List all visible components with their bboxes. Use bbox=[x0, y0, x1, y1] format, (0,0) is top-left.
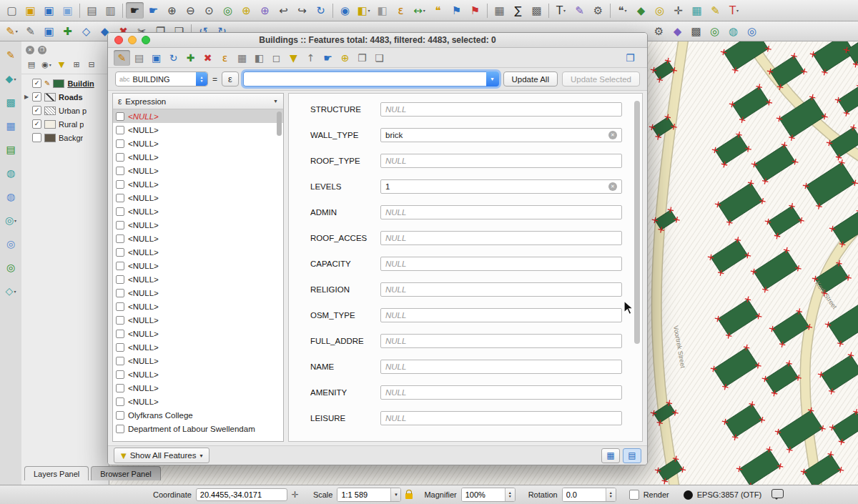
combo-stepper-icon[interactable]: ▲▼ bbox=[196, 72, 207, 86]
feature-list-item[interactable]: <NULL> bbox=[113, 218, 283, 232]
maximize-button[interactable] bbox=[142, 36, 150, 44]
add-spatialite-layer-icon[interactable]: ◍ bbox=[2, 189, 19, 204]
feature-list-item[interactable]: <NULL> bbox=[113, 395, 283, 408]
feature-list-item[interactable]: <NULL> bbox=[113, 381, 283, 395]
python-console-icon[interactable]: ◆ bbox=[632, 2, 650, 19]
zoom-to-layer-icon[interactable]: ⊕ bbox=[256, 2, 274, 19]
save-layer-edits-icon[interactable]: ▣ bbox=[40, 23, 58, 39]
save-project-icon[interactable]: ▣ bbox=[40, 2, 58, 19]
zoom-to-selection-icon[interactable]: ⊕ bbox=[337, 50, 353, 66]
new-virtual-layer-icon[interactable]: ◇▾ bbox=[2, 283, 19, 299]
feature-checkbox[interactable] bbox=[116, 234, 124, 243]
field-input-levels[interactable]: 1✕ bbox=[380, 179, 622, 194]
scale-caret-icon[interactable]: ▼ bbox=[390, 488, 400, 501]
manage-map-themes-icon[interactable]: ◉▾ bbox=[41, 59, 52, 70]
expand-arrow-icon[interactable]: ▶ bbox=[24, 94, 29, 100]
save-edits-icon[interactable]: ▣ bbox=[148, 50, 164, 66]
tab-browser-panel[interactable]: Browser Panel bbox=[91, 466, 161, 480]
coordinate-capture-icon[interactable]: ✛ bbox=[669, 2, 687, 19]
feature-filter-button[interactable]: ▼ Show All Features ▾ bbox=[114, 448, 209, 463]
zoom-last-icon[interactable]: ↩ bbox=[275, 2, 292, 19]
copy-selected-rows-icon[interactable]: ❐ bbox=[354, 50, 370, 66]
feature-list-scrollbar[interactable] bbox=[277, 112, 282, 136]
field-calculator-icon[interactable]: ∑ bbox=[509, 2, 527, 19]
feature-checkbox[interactable] bbox=[116, 194, 124, 202]
data-source-manager-icon[interactable]: ▦ bbox=[688, 2, 706, 19]
layer-row-urban-p[interactable]: ✓Urban p bbox=[21, 104, 109, 117]
field-selector-combo[interactable]: abc BUILDING ▲▼ bbox=[115, 71, 208, 87]
toggle-editing-icon[interactable]: ✎ bbox=[21, 23, 39, 39]
zoom-to-selection-icon[interactable]: ⊕ bbox=[237, 2, 255, 19]
feature-checkbox[interactable] bbox=[116, 167, 124, 175]
zoom-full-icon[interactable]: ◎ bbox=[219, 2, 237, 19]
select-by-expression-icon[interactable]: ε bbox=[217, 50, 233, 66]
new-print-layout-icon[interactable]: ▤ bbox=[83, 2, 101, 19]
georeferencer-icon[interactable]: ◎ bbox=[706, 23, 724, 39]
feature-checkbox[interactable] bbox=[116, 153, 124, 162]
invert-selection-icon[interactable]: ◧ bbox=[251, 50, 267, 66]
deselect-all-icon[interactable]: ◻ bbox=[268, 50, 285, 66]
add-feature-icon[interactable]: ✚ bbox=[59, 23, 77, 39]
delete-selected-features-icon[interactable]: ✖ bbox=[199, 50, 216, 66]
expression-builder-button[interactable]: ε bbox=[222, 71, 239, 87]
form-view-button[interactable]: ▤ bbox=[623, 448, 641, 463]
show-bookmarks-icon[interactable]: ⚑ bbox=[466, 2, 484, 19]
vertex-tool-icon[interactable]: ✎ bbox=[2, 47, 19, 63]
magnifier-input[interactable] bbox=[462, 488, 505, 501]
update-selected-button[interactable]: Update Selected bbox=[562, 71, 640, 87]
field-input-name[interactable]: NULL bbox=[380, 360, 622, 374]
move-selection-to-top-icon[interactable]: ↑ bbox=[302, 50, 319, 66]
layer-styling-icon[interactable]: ✎ bbox=[571, 2, 588, 19]
map-tips-icon[interactable]: ❝ bbox=[429, 2, 447, 19]
add-raster-layer-icon[interactable]: ▩ bbox=[2, 94, 19, 110]
feature-list-item[interactable]: <NULL> bbox=[113, 245, 283, 259]
field-input-osm_type[interactable]: NULL bbox=[380, 308, 622, 322]
clear-value-icon[interactable]: ✕ bbox=[608, 131, 617, 139]
paste-features-icon[interactable]: ❏ bbox=[371, 50, 388, 66]
new-project-icon[interactable]: ▢ bbox=[3, 2, 21, 19]
field-input-wall_type[interactable]: brick✕ bbox=[380, 128, 622, 142]
zoom-in-icon[interactable]: ⊕ bbox=[163, 2, 181, 19]
add-feature-icon[interactable]: ✚ bbox=[182, 50, 199, 66]
raster-calculator-icon[interactable]: ▩ bbox=[687, 23, 705, 39]
move-feature-icon[interactable]: ◇ bbox=[77, 23, 95, 39]
select-features-icon[interactable]: ◧▾ bbox=[355, 2, 373, 19]
feature-checkbox[interactable] bbox=[116, 411, 124, 420]
field-input-admin[interactable]: NULL bbox=[380, 205, 622, 219]
feature-list-item[interactable]: Olyfkrans College bbox=[113, 408, 283, 422]
crs-label[interactable]: EPSG:3857 (OTF) bbox=[697, 490, 761, 499]
feature-checkbox[interactable] bbox=[116, 425, 124, 433]
field-input-structure[interactable]: NULL bbox=[380, 102, 622, 117]
refresh-map-icon[interactable]: ↻ bbox=[312, 2, 330, 19]
layer-row-backgr[interactable]: Backgr bbox=[21, 131, 109, 144]
expression-input[interactable] bbox=[243, 71, 486, 87]
pan-map-icon[interactable]: ☛ bbox=[126, 2, 144, 19]
feature-list-item[interactable]: <NULL> bbox=[113, 286, 283, 300]
labeling-icon[interactable]: T▾ bbox=[552, 2, 570, 19]
field-input-religion[interactable]: NULL bbox=[380, 282, 622, 297]
web-tools-icon[interactable]: ◎ bbox=[743, 23, 761, 39]
deselect-all-icon[interactable]: ◧ bbox=[373, 2, 391, 19]
pan-to-selection-icon[interactable]: ☛ bbox=[144, 2, 162, 19]
magnifier-stepper-icon[interactable]: ▲▼ bbox=[505, 488, 515, 501]
feature-list-item[interactable]: <NULL> bbox=[113, 367, 283, 381]
feature-list-item[interactable]: <NULL> bbox=[113, 259, 283, 272]
field-input-full_addre[interactable]: NULL bbox=[380, 334, 622, 348]
filter-selection-icon[interactable]: ▼ bbox=[285, 50, 302, 66]
feature-checkbox[interactable] bbox=[116, 180, 124, 189]
field-input-roof_acces[interactable]: NULL bbox=[380, 231, 622, 245]
tab-layers-panel[interactable]: Layers Panel bbox=[24, 466, 89, 480]
current-edits-icon[interactable]: ✎▾ bbox=[3, 23, 21, 39]
feature-checkbox[interactable] bbox=[116, 221, 124, 229]
feature-checkbox[interactable] bbox=[116, 384, 124, 392]
identify-features-icon[interactable]: ◉ bbox=[336, 2, 354, 19]
zoom-next-icon[interactable]: ↪ bbox=[293, 2, 311, 19]
panel-close-icon[interactable]: ✕ bbox=[26, 46, 34, 54]
layer-visibility-checkbox[interactable]: ✓ bbox=[32, 106, 41, 115]
feature-list-item[interactable]: <NULL> bbox=[113, 313, 283, 327]
feature-list-item[interactable]: <NULL> bbox=[113, 109, 283, 123]
coordinate-input[interactable] bbox=[196, 488, 287, 501]
add-delimited-text-icon[interactable]: ▤ bbox=[2, 142, 19, 157]
panel-float-icon[interactable]: ❐ bbox=[38, 46, 46, 54]
feature-checkbox[interactable] bbox=[116, 330, 124, 338]
